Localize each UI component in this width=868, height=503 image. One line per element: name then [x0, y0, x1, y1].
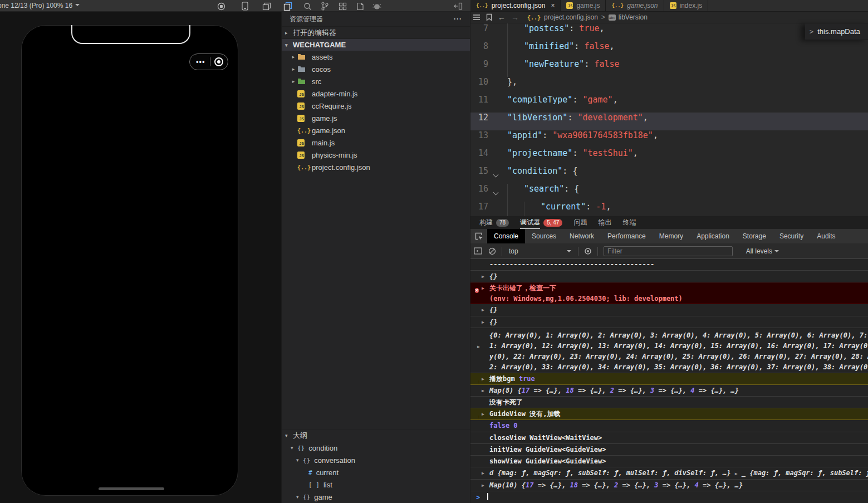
code-line[interactable]: 12"libVersion": "development",: [470, 113, 868, 130]
console-row[interactable]: ▶{}: [470, 316, 868, 328]
expand-arrow-icon[interactable]: ▶: [477, 341, 480, 352]
tree-item-physics-min-js[interactable]: JSphysics-min.js: [282, 149, 470, 161]
code-line[interactable]: 11"compileType": "game",: [470, 95, 868, 113]
file-icon[interactable]: [355, 1, 365, 11]
devtools-tab-network[interactable]: Network: [563, 229, 601, 243]
console-row[interactable]: ▶{}: [470, 271, 868, 282]
console-row[interactable]: !▶GuideView 没有,加载: [470, 408, 868, 420]
console-log[interactable]: ----------------------------------------…: [470, 258, 868, 503]
live-expression-eye-icon[interactable]: [581, 248, 595, 255]
list-icon[interactable]: [470, 14, 483, 21]
bookmark-icon[interactable]: [483, 13, 495, 21]
expand-arrow-icon[interactable]: ▶: [482, 283, 484, 294]
tab-game-js[interactable]: JSgame.js: [561, 0, 606, 11]
devtools-tab-security[interactable]: Security: [773, 229, 810, 243]
open-editors-section[interactable]: ▸ 打开的编辑器: [282, 26, 470, 38]
code-line[interactable]: 17"current": -1,: [470, 202, 868, 216]
code-line[interactable]: 14"projectname": "testShui",: [470, 148, 868, 166]
code-line[interactable]: 15"condition": {: [470, 166, 868, 184]
outline-item-conversation[interactable]: ▾{}conversation: [282, 454, 470, 466]
forward-arrow-icon[interactable]: →: [508, 13, 522, 22]
console-row[interactable]: ▶{0: Array(0), 1: Array(0), 2: Array(0),…: [470, 328, 868, 373]
panel-tab-输出[interactable]: 输出: [598, 216, 611, 229]
outline-item-list[interactable]: [ ]list: [282, 478, 470, 491]
fold-chevron-icon[interactable]: [493, 190, 499, 196]
outline-item-current[interactable]: #current: [282, 466, 470, 478]
windows-icon[interactable]: [262, 1, 272, 11]
code-line[interactable]: 16"search": {: [470, 184, 868, 202]
search-icon[interactable]: [302, 1, 312, 11]
panel-tab-调试器[interactable]: 调试器5, 47: [520, 216, 562, 229]
devtools-tab-memory[interactable]: Memory: [653, 229, 690, 243]
panel-tab-构建[interactable]: 构建78: [479, 216, 509, 229]
phone-frame[interactable]: •••: [21, 25, 238, 496]
panel-tab-终端[interactable]: 终端: [622, 216, 636, 229]
clear-console-icon[interactable]: [485, 247, 499, 255]
console-row[interactable]: ----------------------------------------…: [470, 258, 868, 271]
more-actions-icon[interactable]: ···: [454, 15, 462, 23]
devtools-tab-performance[interactable]: Performance: [601, 229, 653, 243]
console-row[interactable]: false 0: [470, 420, 868, 432]
expand-arrow-icon[interactable]: ▶: [482, 409, 484, 419]
console-row[interactable]: ▶{}: [470, 304, 868, 316]
expand-arrow-icon[interactable]: ▶: [482, 468, 484, 478]
console-row[interactable]: initView GuideView<GuideView>: [470, 444, 868, 456]
breadcrumb-symbol[interactable]: libVersion: [619, 13, 648, 21]
tab-game-json[interactable]: {..}game.json: [606, 0, 664, 11]
code-line[interactable]: 8"minified": false,: [470, 41, 868, 59]
capsule-close-icon[interactable]: [214, 57, 223, 66]
code-editor[interactable]: 7"postcss": true,8"minified": false,9"ne…: [470, 23, 868, 216]
text-cursor[interactable]: [487, 493, 488, 500]
watch-overlay[interactable]: > this.mapData: [805, 23, 868, 40]
console-row[interactable]: ✕▶关卡出错了，检查一下(env: Windows,mg,1.06.250403…: [470, 282, 868, 304]
capsule-menu-icon[interactable]: •••: [196, 58, 205, 66]
expand-arrow-icon[interactable]: ▶: [482, 480, 484, 491]
debug-icon[interactable]: [372, 1, 382, 11]
outline-item-game[interactable]: ▾{}game: [282, 491, 470, 503]
collapse-sidebar-icon[interactable]: [453, 1, 463, 11]
console-row[interactable]: ▶Map(10) {17 => {…}, 18 => {…}, 2 => {…}…: [470, 480, 868, 491]
console-row[interactable]: 没有卡死了: [470, 397, 868, 408]
grid-icon[interactable]: [337, 1, 347, 11]
expand-arrow-icon[interactable]: ▶: [482, 271, 484, 282]
close-icon[interactable]: ×: [551, 2, 555, 9]
console-row[interactable]: ▶d {mag: ƒ, magSqr: ƒ, subSelf: ƒ, mulSe…: [470, 467, 868, 480]
tree-item-ccRequire-js[interactable]: JSccRequire.js: [282, 100, 470, 112]
code-line[interactable]: 10},: [470, 77, 868, 95]
breadcrumb-file[interactable]: project.config.json: [544, 13, 598, 21]
files-icon[interactable]: [283, 1, 293, 11]
console-row[interactable]: !▶播放bgm true: [470, 373, 868, 385]
tab-project-config-json[interactable]: {..}project.config.json×: [470, 0, 561, 11]
panel-toggle-icon[interactable]: [470, 247, 485, 255]
tree-item-main-js[interactable]: JSmain.js: [282, 136, 470, 149]
expand-arrow-icon[interactable]: ▶: [482, 374, 484, 384]
tree-item-src[interactable]: ▸src: [282, 75, 470, 87]
tree-item-assets[interactable]: ▸assets: [282, 51, 470, 63]
expand-arrow-icon[interactable]: ▶: [482, 317, 484, 328]
expand-arrow-icon[interactable]: ▶: [482, 305, 484, 315]
console-row[interactable]: showView GuideView<GuideView>: [470, 456, 868, 467]
code-line[interactable]: 13"appid": "wxa9061764583fb18e",: [470, 130, 868, 148]
tree-item-cocos[interactable]: ▸cocos: [282, 63, 470, 75]
devtools-tab-audits[interactable]: Audits: [810, 229, 842, 243]
devtools-tab-application[interactable]: Application: [690, 229, 736, 243]
tree-item-project-config-json[interactable]: {..}project.config.json: [282, 161, 470, 173]
project-root-section[interactable]: ▾ WECHATGAME: [282, 38, 470, 51]
tree-item-adapter-min-js[interactable]: JSadapter-min.js: [282, 87, 470, 100]
console-row[interactable]: closeView WaitView<WaitView>: [470, 432, 868, 444]
wechat-capsule[interactable]: •••: [189, 53, 228, 70]
tree-item-game-js[interactable]: JSgame.js: [282, 112, 470, 124]
expand-arrow-icon[interactable]: ▶: [482, 385, 484, 396]
fold-chevron-icon[interactable]: [493, 172, 499, 178]
outline-item-condition[interactable]: ▾{}condition: [282, 442, 470, 454]
devtools-tab-sources[interactable]: Sources: [525, 229, 563, 243]
phone-icon[interactable]: [240, 1, 250, 11]
panel-tab-问题[interactable]: 问题: [573, 216, 587, 229]
code-line[interactable]: 9"newFeature": false: [470, 59, 868, 77]
outline-section[interactable]: ▾ 大纲: [282, 429, 470, 442]
console-row[interactable]: >: [470, 491, 868, 503]
inspect-element-icon[interactable]: [470, 229, 487, 243]
back-arrow-icon[interactable]: ←: [495, 13, 508, 22]
tree-item-game-json[interactable]: {..}game.json: [282, 124, 470, 136]
git-branch-icon[interactable]: [320, 1, 330, 11]
